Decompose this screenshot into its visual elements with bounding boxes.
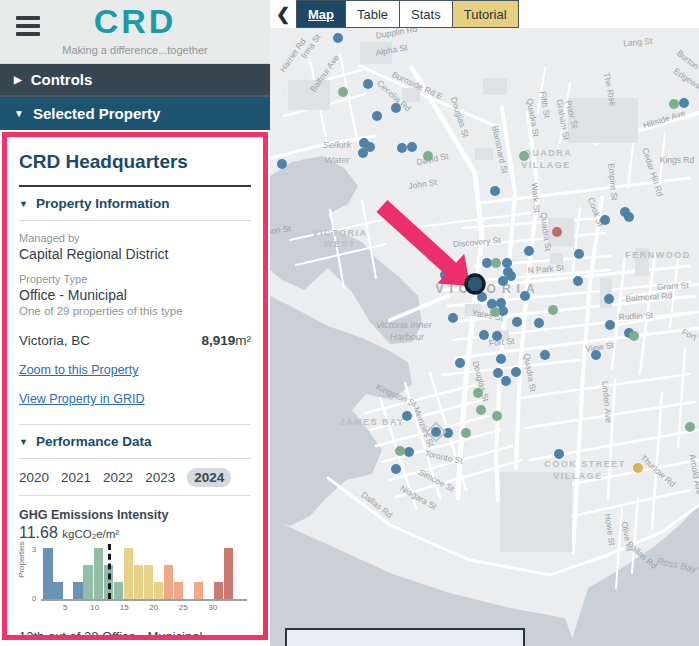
property-dot[interactable] [431,427,441,437]
property-dot[interactable] [461,428,471,438]
map-street-label: Kings Rd [660,155,695,165]
view-property-grid-link[interactable]: View Property in GRID [19,392,251,406]
map-street-label: Balmoral Rd [625,290,673,303]
controls-label: Controls [31,71,93,88]
property-dot[interactable] [604,294,614,304]
property-dot[interactable] [491,258,501,268]
property-dot[interactable] [573,276,583,286]
caret-down-icon: ▼ [19,437,28,447]
property-information-header[interactable]: ▼ Property Information [19,187,251,221]
map-water-label: Harbour [390,331,425,342]
property-dot[interactable] [548,305,558,315]
property-dot[interactable] [534,318,544,328]
histogram-bar [214,582,223,599]
selected-property-dot[interactable] [466,275,484,293]
histogram-bar [134,565,143,599]
property-dot[interactable] [482,258,492,268]
property-dot[interactable] [402,411,412,421]
sidebar: CRD Making a difference...together ▶ Con… [0,0,270,646]
property-rank-text: 12th out of 28 Office - Municipal proper… [19,629,251,640]
year-2020[interactable]: 2020 [19,470,49,485]
property-dot[interactable] [358,148,368,158]
property-dot[interactable] [600,215,610,225]
histogram-bar [53,582,62,599]
property-dot[interactable] [685,422,695,432]
property-dot[interactable] [423,151,433,161]
property-dot[interactable] [520,291,530,301]
tab-tutorial[interactable]: Tutorial [452,0,519,28]
property-dot[interactable] [407,142,417,152]
property-dot[interactable] [391,464,401,474]
property-dot[interactable] [605,320,615,330]
property-dot[interactable] [492,411,502,421]
map-container: Harriet RdIrma StBalfour AveDupplin RdAl… [270,28,699,646]
property-dot[interactable] [333,33,343,43]
property-dot[interactable] [574,249,584,259]
y-tick: 3 [32,545,36,554]
property-dot[interactable] [552,227,562,237]
histogram-bar [224,548,233,599]
property-dot[interactable] [476,405,486,415]
managed-by-value: Capital Regional District [19,246,251,262]
property-dot[interactable] [372,111,382,121]
property-dot[interactable] [624,212,634,222]
property-dot[interactable] [490,307,500,317]
year-2024[interactable]: 2024 [187,468,231,487]
tab-table[interactable]: Table [345,0,399,28]
controls-section-header[interactable]: ▶ Controls [0,64,270,97]
property-dot[interactable] [391,103,401,113]
property-dot[interactable] [498,276,508,286]
x-tick: 25 [179,603,188,612]
property-dot[interactable] [679,98,689,108]
map-area-label: QUADRA [524,148,573,158]
property-dot[interactable] [496,354,506,364]
property-dot[interactable] [591,350,601,360]
property-dot[interactable] [479,330,489,340]
property-dot[interactable] [277,159,287,169]
property-dot[interactable] [455,358,465,368]
property-dot[interactable] [502,258,512,268]
property-dot[interactable] [540,350,550,360]
year-2021[interactable]: 2021 [61,470,91,485]
ghg-metric-label: GHG Emissions Intensity [19,508,251,522]
property-dot[interactable] [629,331,639,341]
map-street-label: David St [416,151,450,168]
collapse-sidebar-chevron-icon[interactable]: ❮ [270,0,296,28]
property-dot[interactable] [492,331,502,341]
ghg-metric-value: 11.68 kgCO₂e/m² [19,524,251,542]
x-tick: 5 [63,603,67,612]
property-dot[interactable] [511,367,521,377]
selected-property-section-header[interactable]: ▼ Selected Property [0,97,270,130]
property-dot[interactable] [397,143,407,153]
performance-data-header[interactable]: ▼ Performance Data [19,425,251,459]
selected-property-label: Selected Property [33,105,161,122]
property-dot[interactable] [448,313,458,323]
property-dot[interactable] [501,376,511,386]
year-2022[interactable]: 2022 [103,470,133,485]
property-dot[interactable] [512,317,522,327]
ghg-histogram: Properties 0351015202530 [19,548,251,616]
property-dot[interactable] [669,99,679,109]
location-row: Victoria, BC 8,919m² [19,333,251,348]
tab-stats[interactable]: Stats [399,0,452,28]
caret-down-icon: ▼ [14,108,24,119]
property-dot[interactable] [395,446,405,456]
property-dot[interactable] [524,246,534,256]
property-dot[interactable] [473,388,483,398]
sidebar-header: CRD Making a difference...together [0,0,270,64]
tab-map[interactable]: Map [296,0,345,28]
property-dot[interactable] [519,151,529,161]
property-dot[interactable] [338,87,348,97]
zoom-to-property-link[interactable]: Zoom to this Property [19,363,251,377]
property-dot[interactable] [554,449,564,459]
map-area-label: VILLAGE [553,471,603,481]
property-dot[interactable] [404,447,414,457]
property-dot[interactable] [633,463,643,473]
map-canvas[interactable]: Harriet RdIrma StBalfour AveDupplin RdAl… [270,28,699,646]
map-street-label: Discovery St [453,235,502,249]
property-value-marker [108,544,111,599]
property-dot[interactable] [363,79,373,89]
property-dot[interactable] [493,368,503,378]
year-2023[interactable]: 2023 [145,470,175,485]
property-dot[interactable] [490,186,500,196]
